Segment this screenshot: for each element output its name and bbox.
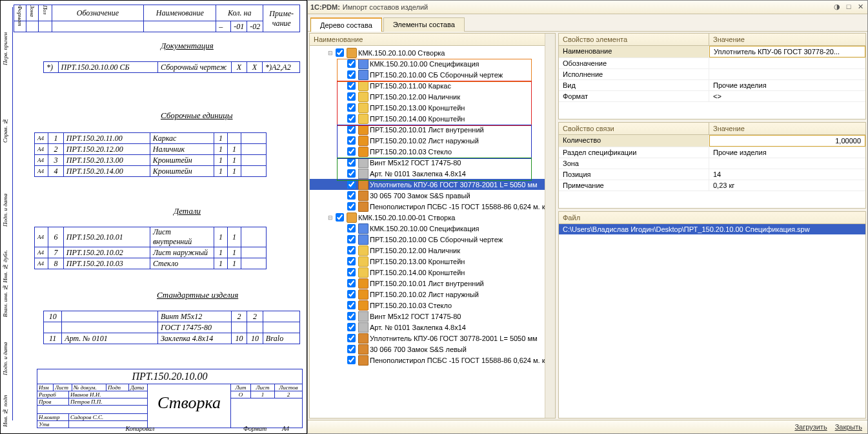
tree-checkbox[interactable] [347,158,356,167]
bolt-icon [358,169,368,179]
property-value[interactable]: 0,23 кг [709,180,738,191]
tree-row[interactable]: КМК.150.20.10.00 Спецификация [310,223,555,234]
tree-row[interactable]: ПРТ.150.20.11.00 Каркас [310,80,555,91]
app-window: 1C:PDM:1C:PDM: Импорт составов изделий И… [307,0,868,434]
tree-row[interactable]: Уплотнитель КПУ-06 ГОСТ 30778-2001 L= 50… [310,179,555,190]
property-row[interactable]: Раздел спецификацииПрочие изделия [559,147,865,158]
tree-checkbox[interactable] [347,202,356,211]
tree-checkbox[interactable] [347,147,356,156]
tree-label: ПРТ.150.20.13.00 Кронштейн [370,258,465,265]
tree-checkbox[interactable] [347,191,356,200]
tree-checkbox[interactable] [347,81,356,90]
tree-row[interactable]: ПРТ.150.20.10.01 Лист внутренний [310,278,555,289]
file-box: Файл C:\Users\Владислав Игодин\Desktop\П… [558,211,866,418]
tree-checkbox[interactable] [336,48,344,57]
tree-row[interactable]: 30 065 700 Замок S&S правый [310,190,555,201]
property-key: Исполнение [559,69,709,79]
property-row[interactable]: Зона [559,158,865,169]
tree-row[interactable]: Уплотнитель КПУ-06 ГОСТ 30778-2001 L= 50… [310,333,555,344]
tree-row[interactable]: ПРТ.150.20.13.00 Кронштейн [310,256,555,267]
tree-twisty[interactable]: ⊟ [327,50,334,56]
load-button[interactable]: Загрузить [794,423,827,431]
tree-twisty[interactable]: ⊟ [327,214,334,221]
tree-row[interactable]: ПРТ.150.20.13.00 Кронштейн [310,102,555,113]
tree-checkbox[interactable] [347,224,356,232]
property-value[interactable] [709,158,717,169]
tree-row[interactable]: ПРТ.150.20.10.02 Лист наружный [310,289,555,300]
property-row[interactable]: Исполнение [559,69,865,80]
tree-checkbox[interactable] [347,92,356,101]
tab-elements[interactable]: Элементы состава [383,17,465,32]
tree-checkbox[interactable] [347,279,356,287]
property-row[interactable]: Формат<> [559,91,865,102]
property-row[interactable]: НаименованиеУплотнитель КПУ-06 ГОСТ 3077… [559,46,865,58]
tree-row[interactable]: Винт М5х12 ГОСТ 17475-80 [310,311,555,322]
tree-checkbox[interactable] [347,235,356,243]
tree-checkbox[interactable] [347,246,356,254]
tree-row[interactable]: ⊟КМК.150.20.10.00-01 Створка [310,212,555,223]
tree-checkbox[interactable] [347,290,356,298]
tree-label: КМК.150.20.10.00 Створка [358,49,445,57]
property-value[interactable] [709,69,717,79]
close-icon[interactable]: ✕ [856,3,865,12]
tree-checkbox[interactable] [347,312,356,320]
tree-row[interactable]: ПРТ.150.20.10.03 Стекло [310,146,555,157]
tree-checkbox[interactable] [347,257,356,265]
maximize-icon[interactable]: □ [844,3,853,12]
tree-checkbox[interactable] [347,334,356,342]
tree-checkbox[interactable] [347,136,356,145]
tree-row[interactable]: Арт. № 0101 Заклепка 4.8х14 [310,322,555,333]
property-value[interactable] [709,58,717,68]
property-value[interactable]: Уплотнитель КПУ-06 ГОСТ 30778-20... [709,46,865,57]
tree-checkbox[interactable] [347,70,356,79]
tree-label: КМК.150.20.10.00 Спецификация [370,225,479,232]
tree-checkbox[interactable] [347,103,356,112]
tree-checkbox[interactable] [347,180,356,189]
tree-row[interactable]: ПРТ.150.20.10.01 Лист внутренний [310,124,555,135]
tab-tree[interactable]: Дерево состава [310,17,382,32]
property-row[interactable]: Позиция14 [559,169,865,180]
tree-row[interactable]: ПРТ.150.20.14.00 Кронштейн [310,267,555,278]
property-row[interactable]: Количество1,00000 [559,135,865,147]
cubeo-icon [358,136,368,146]
file-path[interactable]: C:\Users\Владислав Игодин\Desktop\ПРТ_15… [559,224,865,234]
tree-row[interactable]: ПРТ.150.20.14.00 Кронштейн [310,113,555,124]
tree-row[interactable]: ⊟КМК.150.20.10.00 Створка [310,47,555,58]
tree-checkbox[interactable] [347,114,356,123]
tree-row[interactable]: Пенополистирол ПСБС -15 ГОСТ 15588-86 0,… [310,201,555,212]
tree[interactable]: ⊟КМК.150.20.10.00 СтворкаКМК.150.20.10.0… [310,46,555,418]
tree-checkbox[interactable] [347,268,356,276]
tree-checkbox[interactable] [347,345,356,353]
scrollbar[interactable] [545,34,555,418]
tree-row[interactable]: Винт М5х12 ГОСТ 17475-80 [310,157,555,168]
tree-checkbox[interactable] [347,125,356,134]
tree-row[interactable]: Арт. № 0101 Заклепка 4.8х14 [310,168,555,179]
tree-row[interactable]: ПРТ.150.20.12.00 Наличник [310,245,555,256]
tree-row[interactable]: ПРТ.150.20.10.03 Стекло [310,300,555,311]
tree-label: ПРТ.150.20.13.00 Кронштейн [370,104,465,112]
property-row[interactable]: Примечание0,23 кг [559,180,865,191]
tree-checkbox[interactable] [347,169,356,178]
tree-label: Арт. № 0101 Заклепка 4.8х14 [370,170,466,178]
tree-checkbox[interactable] [347,323,356,331]
tree-row[interactable]: КМК.150.20.10.00 Спецификация [310,58,555,69]
property-value[interactable]: <> [709,91,725,101]
property-value[interactable]: Прочие изделия [709,147,771,158]
property-value[interactable]: 1,00000 [709,135,865,147]
help-icon[interactable]: ◑ [833,3,842,12]
property-value[interactable]: Прочие изделия [709,80,771,90]
tree-row[interactable]: ПРТ.150.20.10.00 СБ Сборочный чертеж [310,69,555,80]
tree-row[interactable]: ПРТ.150.20.10.00 СБ Сборочный чертеж [310,234,555,245]
tree-row[interactable]: 30 066 700 Замок S&S левый [310,344,555,355]
tree-checkbox[interactable] [347,59,356,68]
tree-row[interactable]: ПРТ.150.20.12.00 Наличник [310,91,555,102]
property-row[interactable]: Обозначение [559,58,865,69]
property-value[interactable]: 14 [709,169,725,180]
property-row[interactable]: ВидПрочие изделия [559,80,865,91]
tree-checkbox[interactable] [336,213,344,222]
tree-checkbox[interactable] [347,356,356,364]
tree-row[interactable]: Пенополистирол ПСБС -15 ГОСТ 15588-86 0,… [310,355,555,366]
close-button[interactable]: Закрыть [835,423,862,431]
tree-checkbox[interactable] [347,301,356,309]
tree-row[interactable]: ПРТ.150.20.10.02 Лист наружный [310,135,555,146]
